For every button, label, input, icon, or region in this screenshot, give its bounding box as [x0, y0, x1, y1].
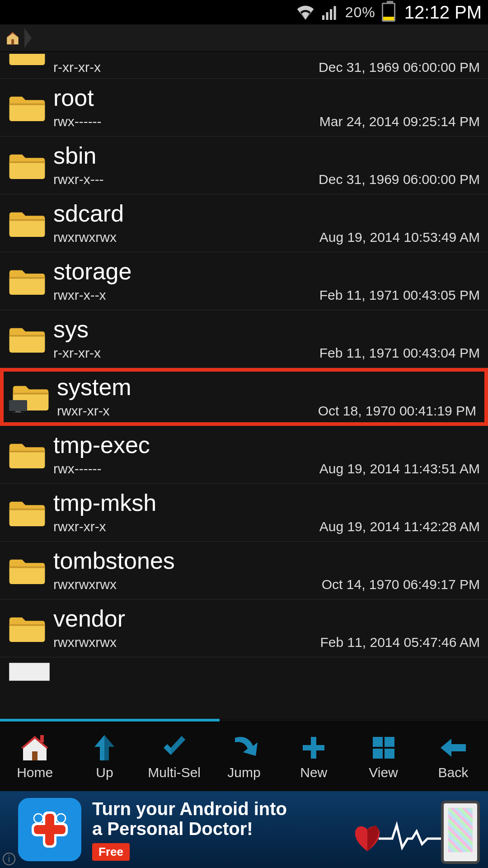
ad-line2: a Personal Doctor! [92, 819, 347, 839]
folder-icon [5, 554, 50, 587]
battery-icon [382, 3, 395, 22]
breadcrumb[interactable] [0, 24, 488, 52]
toolbar-multisel-button[interactable]: Multi-Sel [140, 733, 209, 780]
toolbar-home-button[interactable]: Home [0, 733, 70, 780]
file-row-root[interactable]: rootrwx------Mar 24, 2014 09:25:14 PM [0, 79, 488, 137]
file-name: storage [53, 259, 480, 283]
breadcrumb-separator-icon [24, 28, 32, 48]
file-row-sys[interactable]: sysr-xr-xr-xFeb 11, 1971 00:43:04 PM [0, 310, 488, 368]
file-name: sbin [53, 144, 480, 167]
file-list[interactable]: r-xr-xr-xDec 31, 1969 06:00:00 PMrootrwx… [0, 52, 488, 719]
folder-icon [5, 207, 50, 240]
file-name: tombstones [53, 549, 480, 572]
folder-icon [5, 54, 50, 76]
file-permissions: rwxr-x--x [53, 288, 106, 303]
toolbar-label: View [369, 765, 398, 780]
ad-info-icon[interactable]: i [3, 853, 15, 865]
home-icon [20, 733, 49, 762]
folder-icon [5, 496, 50, 529]
file-date: Aug 19, 2014 11:42:28 AM [319, 519, 480, 534]
bottom-toolbar: HomeUpMulti-SelJumpNewViewBack [0, 722, 488, 791]
multisel-icon [160, 733, 189, 762]
file-name: tmp-mksh [53, 491, 480, 514]
breadcrumb-home-icon[interactable] [3, 28, 23, 48]
ad-banner[interactable]: i Turn your Android into a Personal Doct… [0, 791, 488, 868]
file-permissions: r-xr-xr-x [53, 345, 101, 361]
toolbar-label: Multi-Sel [148, 765, 201, 780]
toolbar-label: Up [96, 765, 113, 780]
folder-icon [5, 439, 50, 471]
file-name: sys [53, 317, 480, 341]
jump-icon [230, 733, 258, 762]
back-icon [439, 733, 468, 762]
view-icon [369, 733, 398, 762]
file-date: Aug 19, 2014 10:53:49 AM [319, 230, 480, 245]
file-date: Dec 31, 1969 06:00:00 PM [319, 60, 480, 75]
folder-icon [5, 149, 50, 182]
toolbar-jump-button[interactable]: Jump [209, 733, 279, 780]
battery-percent: 20% [345, 4, 375, 21]
folder-icon [5, 265, 50, 297]
file-name: sdcard [53, 202, 480, 225]
file-name: vendor [53, 607, 480, 630]
file-row-storage[interactable]: storagerwxr-x--xFeb 11, 1971 00:43:05 PM [0, 252, 488, 310]
file-row-tombstones[interactable]: tombstonesrwxrwxrwxOct 14, 1970 06:49:17… [0, 542, 488, 599]
signal-icon [321, 5, 339, 20]
folder-icon [8, 381, 53, 413]
ad-phone-icon [441, 801, 480, 864]
file-permissions: rwxr-x--- [53, 172, 104, 187]
file-name: root [53, 86, 480, 109]
file-permissions: rwxr-xr-x [57, 403, 110, 419]
new-icon [299, 733, 328, 762]
svg-point-12 [34, 814, 43, 823]
svg-rect-1 [326, 12, 328, 20]
file-permissions: rwxrwxrwx [53, 230, 117, 245]
toolbar-label: Jump [227, 765, 260, 780]
file-row-system[interactable]: systemrwxr-xr-xOct 18, 1970 00:41:19 PM [0, 368, 488, 426]
wifi-icon [296, 5, 314, 20]
file-name [58, 667, 480, 686]
file-permissions: rwx------ [53, 461, 102, 476]
file-date: Oct 14, 1970 06:49:17 PM [322, 577, 480, 592]
file-permissions: rwx------ [53, 114, 102, 129]
file-date: Feb 11, 1971 00:43:05 PM [319, 288, 480, 303]
svg-rect-2 [330, 9, 332, 20]
ad-art [347, 798, 483, 861]
svg-point-13 [56, 814, 66, 823]
file-permissions: rwxrwxrwx [53, 577, 117, 592]
folder-icon [5, 612, 50, 645]
toolbar-up-button[interactable]: Up [70, 733, 139, 780]
file-row-partial[interactable]: r-xr-xr-xDec 31, 1969 06:00:00 PM [0, 52, 488, 79]
file-date: Oct 18, 1970 00:41:19 PM [318, 403, 476, 419]
file-date: Feb 11, 2014 05:47:46 AM [320, 635, 480, 650]
toolbar-new-button[interactable]: New [279, 733, 348, 780]
file-date: Mar 24, 2014 09:25:14 PM [319, 114, 480, 129]
toolbar-view-button[interactable]: View [348, 733, 418, 780]
file-name: system [57, 375, 476, 399]
file-row-sdcard[interactable]: sdcardrwxrwxrwxAug 19, 2014 10:53:49 AM [0, 194, 488, 252]
toolbar-label: Back [438, 765, 468, 780]
scroll-indicator [0, 719, 488, 722]
file-row-tmp-exec[interactable]: tmp-execrwx------Aug 19, 2014 11:43:51 A… [0, 426, 488, 484]
file-permissions: rwxrwxrwx [53, 635, 117, 650]
svg-rect-4 [11, 39, 14, 44]
folder-icon [5, 323, 50, 355]
status-clock: 12:12 PM [404, 2, 482, 23]
svg-rect-5 [9, 400, 27, 411]
file-permissions: r-xr-xr-x [53, 60, 101, 75]
file-name: tmp-exec [53, 433, 480, 457]
toolbar-label: New [300, 765, 327, 780]
toolbar-back-button[interactable]: Back [418, 733, 488, 780]
ad-free-badge: Free [92, 843, 130, 861]
svg-rect-11 [34, 825, 66, 834]
file-row-vendor[interactable]: vendorrwxrwxrwxFeb 11, 2014 05:47:46 AM [0, 599, 488, 657]
svg-rect-6 [15, 411, 21, 412]
file-row-sbin[interactable]: sbinrwxr-x---Dec 31, 1969 06:00:00 PM [0, 137, 488, 194]
file-row-partial-bottom[interactable] [0, 657, 488, 686]
file-date: Aug 19, 2014 11:43:51 AM [319, 461, 480, 476]
file-date: Feb 11, 1971 00:43:04 PM [319, 345, 480, 361]
file-row-tmp-mksh[interactable]: tmp-mkshrwxr-xr-xAug 19, 2014 11:42:28 A… [0, 484, 488, 542]
svg-rect-0 [322, 15, 324, 20]
file-date: Dec 31, 1969 06:00:00 PM [319, 172, 480, 187]
file-icon [9, 663, 50, 681]
